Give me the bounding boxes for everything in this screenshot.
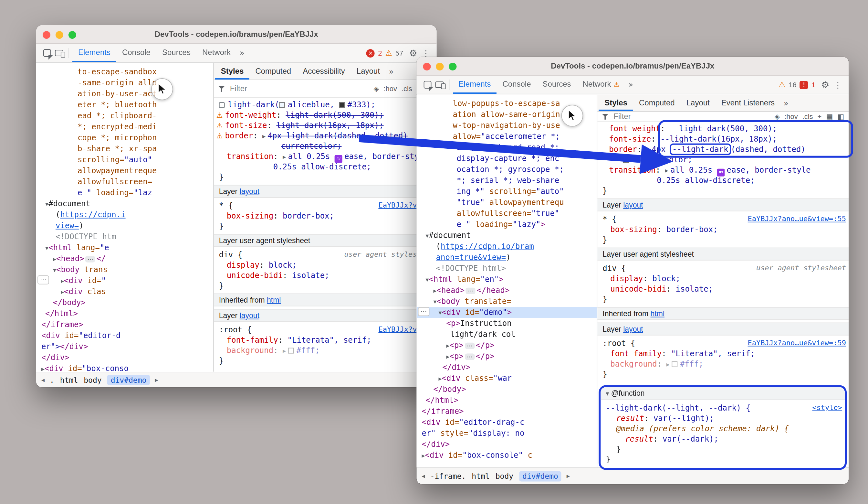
toggle-class-button[interactable]: .cls xyxy=(402,85,412,92)
expand-toggle[interactable]: ▾ xyxy=(434,298,437,305)
expand-toggle[interactable]: ▸ xyxy=(446,353,450,360)
styles-pane[interactable]: light-dark(aliceblue, #333);⚠ font-weigh… xyxy=(214,98,437,372)
expand-toggle[interactable]: ▾ xyxy=(426,232,429,239)
link[interactable]: html xyxy=(267,296,281,304)
expand-toggle[interactable]: ▾ xyxy=(53,266,56,273)
more-menu-icon[interactable]: ⋮ xyxy=(421,48,432,58)
tab-elements[interactable]: Elements xyxy=(72,44,116,62)
tab-network[interactable]: Network⚠ xyxy=(577,75,626,94)
minimize-button[interactable] xyxy=(55,31,63,39)
toggle-hover-button[interactable]: :hov xyxy=(383,85,397,92)
link[interactable]: <style> xyxy=(812,403,842,413)
breadcrumb-forward-icon[interactable]: ▸ xyxy=(155,376,158,383)
link[interactable]: EaYBJJx?ano…ue&view=:59 xyxy=(748,338,846,349)
tab-layout[interactable]: Layout xyxy=(681,95,715,111)
link[interactable]: https://cdpn.i xyxy=(60,210,125,219)
toggle-class-button[interactable]: .cls xyxy=(803,112,813,120)
breadcrumb-item-body[interactable]: body xyxy=(84,375,101,384)
expand-toggle[interactable]: ▸ xyxy=(41,365,44,372)
dom-tree[interactable]: ⋯ low-popups-to-escape-saation allow-sam… xyxy=(417,95,598,467)
tab-styles[interactable]: Styles xyxy=(215,63,250,80)
breadcrumb-forward-icon[interactable]: ▸ xyxy=(567,472,570,480)
expand-toggle[interactable]: ▸ xyxy=(647,146,652,153)
breadcrumb-back-icon[interactable]: ◂ xyxy=(41,376,44,383)
expand-toggle[interactable]: ▾ xyxy=(45,244,49,252)
minimize-button[interactable] xyxy=(436,62,444,70)
settings-icon[interactable]: ⚙ xyxy=(821,80,829,90)
styles-filter-input[interactable] xyxy=(613,112,684,121)
link[interactable]: html xyxy=(651,310,664,317)
toggle-hover-button[interactable]: :hov xyxy=(784,112,798,120)
color-swatch[interactable] xyxy=(279,102,285,108)
color-swatch[interactable] xyxy=(623,157,629,163)
tab-sources[interactable]: Sources xyxy=(537,75,577,94)
inspect-element-icon[interactable] xyxy=(424,81,432,89)
ellipsis-badge[interactable]: ⋯ xyxy=(465,343,475,349)
checkbox[interactable] xyxy=(219,102,225,108)
color-swatch[interactable] xyxy=(339,102,345,108)
breadcrumb-item--iframe-[interactable]: -iframe. xyxy=(430,471,466,481)
zoom-button[interactable] xyxy=(449,62,457,70)
close-button[interactable] xyxy=(43,31,50,39)
link[interactable]: layout xyxy=(623,201,643,209)
styles-pane[interactable]: font-weight: --light-dark(500, 300);font… xyxy=(597,122,849,470)
breadcrumb-item-div-demo[interactable]: div#demo xyxy=(107,375,150,385)
grid-overlay-icon[interactable]: ▦ xyxy=(826,112,833,121)
link[interactable]: https://cdpn.io/bram xyxy=(441,242,534,251)
breadcrumb-item-div-demo[interactable]: div#demo xyxy=(519,471,561,481)
expand-toggle[interactable]: ▸ xyxy=(61,289,64,295)
tab-styles[interactable]: Styles xyxy=(599,95,633,111)
tab-elements[interactable]: Elements xyxy=(453,75,497,94)
link[interactable]: layout xyxy=(623,325,643,333)
link[interactable]: EaYBJJx?ano…ue&view=:55 xyxy=(748,214,846,224)
dom-tree[interactable]: ⋯ to-escape-sandbox-same-origin alloatio… xyxy=(36,63,214,372)
settings-icon[interactable]: ⚙ xyxy=(409,48,417,58)
expand-toggle[interactable]: ▸ xyxy=(666,361,672,368)
tab-computed[interactable]: Computed xyxy=(249,63,297,80)
tab-network[interactable]: Network xyxy=(196,44,237,62)
tab-console[interactable]: Console xyxy=(116,44,156,62)
titlebar[interactable]: DevTools - codepen.io/bramus/pen/EaYBJJx xyxy=(417,57,849,75)
tab-sources[interactable]: Sources xyxy=(156,44,196,62)
color-swatch[interactable] xyxy=(672,361,678,367)
inspect-element-icon[interactable] xyxy=(43,49,51,57)
link[interactable]: layout xyxy=(240,312,259,320)
expand-toggle[interactable]: ▸ xyxy=(439,375,442,382)
hidden-elements-badge[interactable]: ⋯ xyxy=(418,307,430,316)
ellipsis-badge[interactable]: ⋯ xyxy=(86,256,95,262)
expand-toggle[interactable]: ▾ xyxy=(45,200,49,208)
expand-toggle[interactable]: ▾ xyxy=(426,276,429,283)
breadcrumb-item-html[interactable]: html xyxy=(60,375,78,384)
link[interactable]: layout xyxy=(240,188,259,195)
close-button[interactable] xyxy=(423,62,431,70)
tab-console[interactable]: Console xyxy=(497,75,537,94)
link[interactable]: anon=true&view= xyxy=(436,253,506,262)
device-toolbar-icon[interactable] xyxy=(55,50,63,56)
color-swatch[interactable] xyxy=(288,348,294,354)
new-style-rule-button[interactable]: + xyxy=(818,112,822,120)
breadcrumb-item--[interactable]: . xyxy=(50,375,54,384)
tab-layout[interactable]: Layout xyxy=(351,63,386,80)
breadcrumb-item-html[interactable]: html xyxy=(472,471,489,481)
device-toolbar-icon[interactable] xyxy=(435,81,444,88)
ellipsis-badge[interactable]: ⋯ xyxy=(465,354,475,360)
tab-event-listeners[interactable]: Event Listeners xyxy=(715,95,781,111)
more-tabs-icon[interactable]: » xyxy=(781,99,792,108)
expand-toggle[interactable]: ▸ xyxy=(422,452,425,459)
breadcrumb-back-icon[interactable]: ◂ xyxy=(422,472,425,480)
hidden-elements-badge[interactable]: ⋯ xyxy=(38,275,49,284)
expand-toggle[interactable]: ▸ xyxy=(446,342,450,349)
expand-toggle[interactable]: ▸ xyxy=(61,278,64,284)
breadcrumb-item-body[interactable]: body xyxy=(496,471,513,481)
expand-toggle[interactable]: ▸ xyxy=(262,132,268,140)
titlebar[interactable]: DevTools - codepen.io/bramus/pen/EaYBJJx xyxy=(36,25,437,44)
expand-toggle[interactable]: ▸ xyxy=(283,347,288,354)
more-menu-icon[interactable]: ⋮ xyxy=(833,80,844,90)
sidebar-toggle-icon[interactable]: ◧ xyxy=(837,112,844,121)
expand-toggle[interactable]: ▸ xyxy=(665,167,670,174)
expand-toggle[interactable]: ▾ xyxy=(439,309,442,316)
expand-toggle[interactable]: ▸ xyxy=(434,287,437,294)
more-tabs-icon[interactable]: » xyxy=(386,67,397,76)
link[interactable]: view= xyxy=(55,221,79,230)
zoom-button[interactable] xyxy=(69,31,76,39)
